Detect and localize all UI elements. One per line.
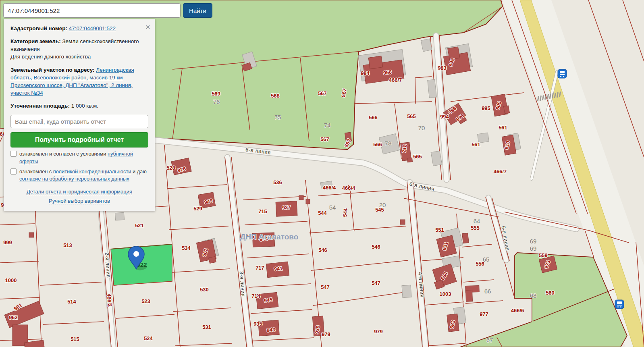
parcel-label: 531 xyxy=(202,324,211,330)
parcel-label: 534 xyxy=(182,245,191,251)
parcel-label: 555 xyxy=(471,225,480,231)
parcel-label: 513 xyxy=(63,242,72,248)
parcel-label: 556 xyxy=(476,261,484,267)
offer-consent-checkbox[interactable] xyxy=(10,151,17,157)
privacy-consent-text: ознакомлен с политикой конфиденциальност… xyxy=(19,168,148,183)
parcel-label: 67 xyxy=(486,337,493,343)
parcel-label: 66 xyxy=(484,288,491,295)
bus-stop-icon xyxy=(615,300,624,309)
search-icon xyxy=(3,3,9,9)
parcel-label: 568 xyxy=(271,93,280,99)
search-button[interactable]: Найти xyxy=(183,3,212,18)
parcel-label: 530 xyxy=(200,287,209,293)
privacy-consent-row: ознакомлен с политикой конфиденциальност… xyxy=(10,168,148,183)
search-input[interactable] xyxy=(3,3,181,18)
parcel-label: 514 xyxy=(67,299,76,305)
offer-consent-row: ознакомлен и согласен с условиями публич… xyxy=(10,150,148,165)
privacy-policy-link[interactable]: политикой конфиденциальности xyxy=(53,168,131,175)
parcel-label: 561 xyxy=(499,125,507,131)
cadastral-number-link[interactable]: 47:07:0449001:522 xyxy=(69,25,116,31)
parcel-label: 977 xyxy=(480,311,488,317)
parcel-label: 935 xyxy=(253,321,262,327)
parcel-label: 529 xyxy=(193,206,202,212)
parcel-label: 466/4 xyxy=(323,185,336,191)
parcel-label: 567 xyxy=(318,90,327,96)
parcel-label: 528 xyxy=(166,165,175,171)
parcel-label: 523 xyxy=(141,298,150,304)
parcel-label: 565 xyxy=(407,113,416,119)
land-use-value: Для ведения дачного хозяйства xyxy=(10,53,148,60)
address-label: Земельный участок по адресу: xyxy=(10,67,95,73)
parcel-label: 466/7 xyxy=(389,77,402,83)
parcel-label: 466/2 xyxy=(106,293,113,307)
parcel-label: 544 xyxy=(342,208,349,217)
land-category-label: Категория земель: xyxy=(10,38,61,44)
get-report-button[interactable]: Получить подробный отчет xyxy=(10,132,148,148)
parcel-label: 466/6 xyxy=(511,308,524,314)
parcel-label: 1000 xyxy=(5,277,17,283)
parcel-label: 20 xyxy=(379,202,386,208)
parcel-label: 983 xyxy=(438,65,447,71)
parcel-label: 565 xyxy=(413,154,422,160)
close-icon[interactable]: × xyxy=(145,23,150,31)
land-category-row: Категория земель: Земли сельскохозяйстве… xyxy=(10,37,148,60)
parcel-label: 717 xyxy=(256,265,264,271)
parcel-label: 547 xyxy=(321,284,330,290)
parcel-label: 521 xyxy=(135,222,144,229)
privacy-consent-checkbox[interactable] xyxy=(10,168,17,175)
parcel-label: 943 xyxy=(266,327,275,333)
parcel-label: 466/4 xyxy=(342,185,355,191)
cadastral-number-row: Кадастровый номер: 47:07:0449001:522 xyxy=(10,25,148,32)
parcel-label: 715 xyxy=(258,208,267,214)
area-label: Уточненная площадь: xyxy=(10,103,70,109)
parcel-label: 466/7 xyxy=(494,168,507,175)
parcel-label: 999 xyxy=(3,239,12,245)
parcel-label: 560 xyxy=(546,290,555,296)
search-button-label: Найти xyxy=(189,7,206,14)
parcel-label: 547 xyxy=(372,280,380,286)
parcel-label: 566 xyxy=(373,141,382,148)
parcel-label: 714 xyxy=(251,293,260,299)
parcel-label: 979 xyxy=(322,331,330,337)
parcel-label: 546 xyxy=(372,244,380,250)
parcel-label: 994 xyxy=(440,114,449,120)
offer-consent-text: ознакомлен и согласен с условиями публич… xyxy=(19,150,148,165)
manual-select-link[interactable]: Ручной выбор вариантов xyxy=(49,198,110,204)
parcel-label: 69 xyxy=(530,245,537,252)
info-panel: × Кадастровый номер: 47:07:0449001:522 К… xyxy=(4,19,155,211)
parcel-label: 536 xyxy=(273,179,282,185)
parcel-label: 937 xyxy=(282,204,291,211)
place-label: ДНП Агалатово xyxy=(240,233,299,241)
parcel-label: 524 xyxy=(144,335,153,341)
parcel-label: 54 xyxy=(329,204,336,211)
parcel-label: 566 xyxy=(369,114,378,121)
parcel-label: 561 xyxy=(472,141,480,148)
parcel-label: 544 xyxy=(318,210,327,216)
parcel-label: 984 xyxy=(361,70,370,76)
cadastral-map-app: 569765687556774567567567984956466/798364… xyxy=(0,0,644,347)
parcel-label: 78 xyxy=(385,140,392,147)
parcel-label: 559 xyxy=(539,252,548,258)
bus-stop-icon xyxy=(558,69,567,78)
footer-links: Детали отчета и юридическая информация Р… xyxy=(10,188,148,205)
report-details-link[interactable]: Детали отчета и юридическая информация xyxy=(27,189,132,195)
parcel-label: 1003 xyxy=(440,291,451,297)
area-value: 1 000 кв.м. xyxy=(71,103,98,109)
road-label: 3-я линия xyxy=(239,271,246,297)
parcel-label: 567 xyxy=(320,136,329,142)
search-bar: Найти xyxy=(3,3,212,18)
parcel-label: 718 xyxy=(401,144,408,153)
parcel-label: 962 xyxy=(9,314,18,320)
parcel-label: 515 xyxy=(71,336,79,342)
parcel-label: 945 xyxy=(264,297,273,304)
parcel-label: 979 xyxy=(374,328,383,335)
parcel-label: 956 xyxy=(383,69,392,76)
email-input[interactable] xyxy=(10,115,148,128)
address-row: Земельный участок по адресу: Ленинградск… xyxy=(10,66,148,97)
parcel-label: 74 xyxy=(324,122,331,129)
parcel-label: 995 xyxy=(482,105,490,111)
parcel-label: 68 xyxy=(530,292,537,299)
personal-data-link[interactable]: согласие на обработку персональных данны… xyxy=(19,176,129,182)
parcel-label: 551 xyxy=(435,227,444,233)
parcel-label: 546 xyxy=(318,247,327,253)
